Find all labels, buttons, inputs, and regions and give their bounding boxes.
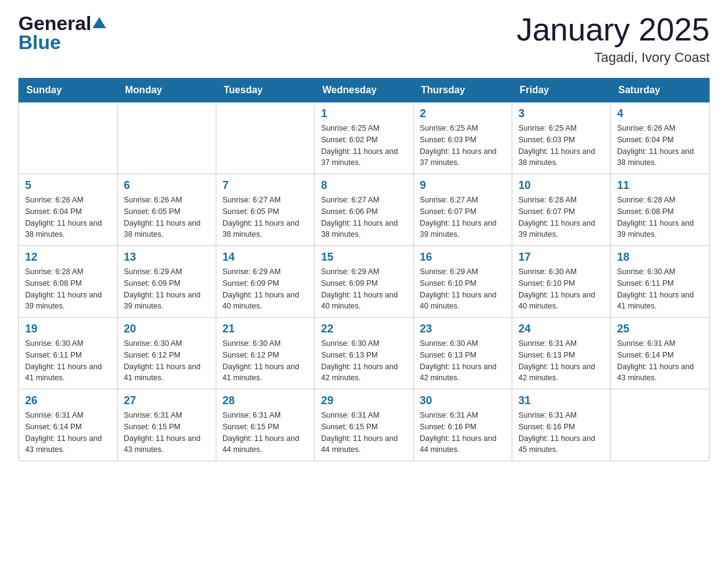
logo-blue-text: Blue bbox=[18, 31, 61, 54]
day-number: 20 bbox=[124, 323, 210, 335]
table-row: 17Sunrise: 6:30 AM Sunset: 6:10 PM Dayli… bbox=[512, 246, 611, 318]
table-row: 8Sunrise: 6:27 AM Sunset: 6:06 PM Daylig… bbox=[315, 174, 414, 246]
day-info: Sunrise: 6:26 AM Sunset: 6:04 PM Dayligh… bbox=[617, 123, 703, 169]
table-row: 4Sunrise: 6:26 AM Sunset: 6:04 PM Daylig… bbox=[611, 102, 710, 174]
day-info: Sunrise: 6:29 AM Sunset: 6:09 PM Dayligh… bbox=[124, 266, 210, 312]
day-info: Sunrise: 6:31 AM Sunset: 6:14 PM Dayligh… bbox=[25, 410, 111, 456]
day-number: 22 bbox=[321, 323, 407, 335]
day-number: 17 bbox=[518, 251, 604, 264]
day-number: 24 bbox=[518, 323, 604, 335]
table-row bbox=[611, 389, 710, 461]
day-info: Sunrise: 6:31 AM Sunset: 6:15 PM Dayligh… bbox=[124, 410, 210, 456]
table-row: 16Sunrise: 6:29 AM Sunset: 6:10 PM Dayli… bbox=[414, 246, 512, 318]
calendar-title: January 2025 bbox=[517, 12, 710, 47]
table-row: 12Sunrise: 6:28 AM Sunset: 6:08 PM Dayli… bbox=[19, 246, 118, 318]
table-row: 23Sunrise: 6:30 AM Sunset: 6:13 PM Dayli… bbox=[414, 318, 512, 389]
table-row: 2Sunrise: 6:25 AM Sunset: 6:03 PM Daylig… bbox=[414, 102, 512, 174]
day-info: Sunrise: 6:29 AM Sunset: 6:09 PM Dayligh… bbox=[321, 266, 407, 312]
day-info: Sunrise: 6:31 AM Sunset: 6:13 PM Dayligh… bbox=[518, 338, 604, 384]
col-saturday: Saturday bbox=[611, 79, 710, 102]
table-row: 10Sunrise: 6:28 AM Sunset: 6:07 PM Dayli… bbox=[512, 174, 611, 246]
table-row: 25Sunrise: 6:31 AM Sunset: 6:14 PM Dayli… bbox=[611, 318, 710, 389]
day-number: 26 bbox=[25, 394, 111, 407]
day-number: 28 bbox=[222, 394, 308, 407]
day-number: 3 bbox=[518, 107, 604, 120]
table-row: 14Sunrise: 6:29 AM Sunset: 6:09 PM Dayli… bbox=[216, 246, 315, 318]
table-row: 5Sunrise: 6:26 AM Sunset: 6:04 PM Daylig… bbox=[19, 174, 118, 246]
day-info: Sunrise: 6:26 AM Sunset: 6:05 PM Dayligh… bbox=[124, 194, 210, 240]
table-row: 9Sunrise: 6:27 AM Sunset: 6:07 PM Daylig… bbox=[414, 174, 512, 246]
day-info: Sunrise: 6:30 AM Sunset: 6:10 PM Dayligh… bbox=[518, 266, 604, 312]
day-info: Sunrise: 6:27 AM Sunset: 6:07 PM Dayligh… bbox=[420, 194, 506, 240]
day-info: Sunrise: 6:28 AM Sunset: 6:07 PM Dayligh… bbox=[518, 194, 604, 240]
day-number: 21 bbox=[222, 323, 308, 335]
day-info: Sunrise: 6:25 AM Sunset: 6:02 PM Dayligh… bbox=[321, 123, 407, 169]
day-number: 19 bbox=[25, 323, 111, 335]
day-number: 8 bbox=[321, 179, 407, 192]
day-number: 2 bbox=[420, 107, 506, 120]
calendar-week-row: 5Sunrise: 6:26 AM Sunset: 6:04 PM Daylig… bbox=[19, 174, 710, 246]
day-number: 12 bbox=[25, 251, 111, 264]
day-number: 29 bbox=[321, 394, 407, 407]
calendar-table: Sunday Monday Tuesday Wednesday Thursday… bbox=[18, 78, 710, 461]
day-info: Sunrise: 6:27 AM Sunset: 6:06 PM Dayligh… bbox=[321, 194, 407, 240]
svg-marker-0 bbox=[93, 17, 106, 28]
day-number: 5 bbox=[25, 179, 111, 192]
table-row: 30Sunrise: 6:31 AM Sunset: 6:16 PM Dayli… bbox=[414, 389, 512, 461]
day-number: 9 bbox=[420, 179, 506, 192]
day-number: 25 bbox=[617, 323, 703, 335]
day-number: 13 bbox=[124, 251, 210, 264]
day-number: 4 bbox=[617, 107, 703, 120]
day-number: 14 bbox=[222, 251, 308, 264]
logo: General Blue bbox=[18, 12, 106, 54]
day-number: 6 bbox=[124, 179, 210, 192]
calendar-week-row: 1Sunrise: 6:25 AM Sunset: 6:02 PM Daylig… bbox=[19, 102, 710, 174]
day-info: Sunrise: 6:27 AM Sunset: 6:05 PM Dayligh… bbox=[222, 194, 308, 240]
day-info: Sunrise: 6:30 AM Sunset: 6:11 PM Dayligh… bbox=[25, 338, 111, 384]
day-info: Sunrise: 6:30 AM Sunset: 6:13 PM Dayligh… bbox=[420, 338, 506, 384]
col-sunday: Sunday bbox=[19, 79, 118, 102]
calendar-week-row: 26Sunrise: 6:31 AM Sunset: 6:14 PM Dayli… bbox=[19, 389, 710, 461]
day-info: Sunrise: 6:31 AM Sunset: 6:16 PM Dayligh… bbox=[420, 410, 506, 456]
day-info: Sunrise: 6:26 AM Sunset: 6:04 PM Dayligh… bbox=[25, 194, 111, 240]
day-number: 7 bbox=[222, 179, 308, 192]
table-row bbox=[19, 102, 118, 174]
day-info: Sunrise: 6:28 AM Sunset: 6:08 PM Dayligh… bbox=[617, 194, 703, 240]
table-row: 26Sunrise: 6:31 AM Sunset: 6:14 PM Dayli… bbox=[19, 389, 118, 461]
table-row: 29Sunrise: 6:31 AM Sunset: 6:15 PM Dayli… bbox=[315, 389, 414, 461]
table-row: 22Sunrise: 6:30 AM Sunset: 6:13 PM Dayli… bbox=[315, 318, 414, 389]
header: General Blue January 2025 Tagadi, Ivory … bbox=[18, 12, 710, 66]
day-info: Sunrise: 6:28 AM Sunset: 6:08 PM Dayligh… bbox=[25, 266, 111, 312]
table-row: 13Sunrise: 6:29 AM Sunset: 6:09 PM Dayli… bbox=[118, 246, 216, 318]
table-row: 28Sunrise: 6:31 AM Sunset: 6:15 PM Dayli… bbox=[216, 389, 315, 461]
day-info: Sunrise: 6:30 AM Sunset: 6:12 PM Dayligh… bbox=[124, 338, 210, 384]
table-row: 19Sunrise: 6:30 AM Sunset: 6:11 PM Dayli… bbox=[19, 318, 118, 389]
col-friday: Friday bbox=[512, 79, 611, 102]
day-number: 10 bbox=[518, 179, 604, 192]
day-number: 31 bbox=[518, 394, 604, 407]
title-area: January 2025 Tagadi, Ivory Coast bbox=[517, 12, 710, 66]
table-row: 11Sunrise: 6:28 AM Sunset: 6:08 PM Dayli… bbox=[611, 174, 710, 246]
col-monday: Monday bbox=[118, 79, 216, 102]
calendar-week-row: 19Sunrise: 6:30 AM Sunset: 6:11 PM Dayli… bbox=[19, 318, 710, 389]
table-row: 21Sunrise: 6:30 AM Sunset: 6:12 PM Dayli… bbox=[216, 318, 315, 389]
day-number: 1 bbox=[321, 107, 407, 120]
table-row: 20Sunrise: 6:30 AM Sunset: 6:12 PM Dayli… bbox=[118, 318, 216, 389]
table-row: 7Sunrise: 6:27 AM Sunset: 6:05 PM Daylig… bbox=[216, 174, 315, 246]
day-info: Sunrise: 6:30 AM Sunset: 6:12 PM Dayligh… bbox=[222, 338, 308, 384]
day-number: 27 bbox=[124, 394, 210, 407]
day-info: Sunrise: 6:31 AM Sunset: 6:16 PM Dayligh… bbox=[518, 410, 604, 456]
table-row: 15Sunrise: 6:29 AM Sunset: 6:09 PM Dayli… bbox=[315, 246, 414, 318]
table-row: 6Sunrise: 6:26 AM Sunset: 6:05 PM Daylig… bbox=[118, 174, 216, 246]
col-wednesday: Wednesday bbox=[315, 79, 414, 102]
calendar-header-row: Sunday Monday Tuesday Wednesday Thursday… bbox=[19, 79, 710, 102]
table-row: 3Sunrise: 6:25 AM Sunset: 6:03 PM Daylig… bbox=[512, 102, 611, 174]
day-info: Sunrise: 6:29 AM Sunset: 6:09 PM Dayligh… bbox=[222, 266, 308, 312]
col-thursday: Thursday bbox=[414, 79, 512, 102]
day-info: Sunrise: 6:31 AM Sunset: 6:14 PM Dayligh… bbox=[617, 338, 703, 384]
table-row: 31Sunrise: 6:31 AM Sunset: 6:16 PM Dayli… bbox=[512, 389, 611, 461]
day-number: 16 bbox=[420, 251, 506, 264]
table-row bbox=[216, 102, 315, 174]
day-info: Sunrise: 6:31 AM Sunset: 6:15 PM Dayligh… bbox=[321, 410, 407, 456]
day-number: 15 bbox=[321, 251, 407, 264]
